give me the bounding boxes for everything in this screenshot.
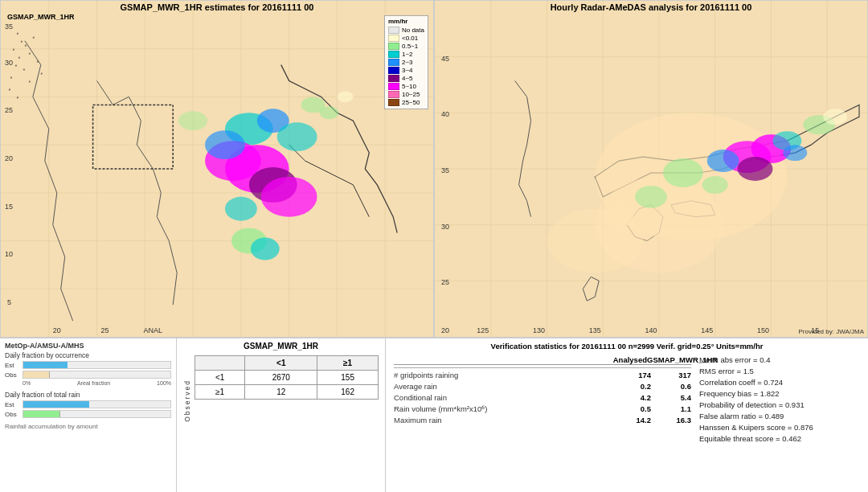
legend-label-5to10: 5~10 bbox=[402, 83, 416, 90]
axis-label-1: Areal fraction bbox=[77, 380, 110, 386]
svg-point-78 bbox=[663, 158, 703, 187]
bar-row-obs1: Obs bbox=[5, 371, 171, 379]
main-container: GSMAP_MWR_1HR estimates for 20161111 00 bbox=[0, 0, 868, 492]
bottom-left-section-title: MetOp-A/AMSU-A/MHS bbox=[5, 342, 171, 350]
obs-bar-fill-1 bbox=[23, 371, 50, 378]
legend-item-4to5: 4~5 bbox=[388, 75, 424, 82]
svg-rect-44 bbox=[41, 73, 43, 75]
svg-point-29 bbox=[178, 111, 207, 130]
verif-metric-4: Maximum rain bbox=[394, 416, 623, 424]
svg-text:5: 5 bbox=[7, 298, 11, 306]
est-label-1: Est bbox=[5, 362, 23, 369]
verif-metric-2: Conditional rain bbox=[394, 393, 623, 402]
verif-metric-3: Rain volume (mm*km²x10⁶) bbox=[394, 404, 623, 413]
est-bar-fill-1 bbox=[23, 362, 68, 368]
est-bar-track-1 bbox=[23, 361, 171, 369]
legend-title: mm/hr bbox=[388, 18, 424, 25]
stat-equitable-threat: Equitable threat score = 0.462 bbox=[699, 434, 860, 443]
stat-pod: Probability of detection = 0.931 bbox=[699, 400, 860, 409]
verif-row-4: Maximum rain 14.2 16.3 bbox=[394, 416, 691, 424]
svg-rect-42 bbox=[17, 96, 18, 98]
svg-text:125: 125 bbox=[477, 326, 489, 334]
svg-text:35: 35 bbox=[5, 23, 13, 31]
contingency-row-lt1: <1 2670 155 bbox=[195, 371, 379, 385]
svg-text:145: 145 bbox=[701, 326, 713, 334]
verif-val-a-3: 0.5 bbox=[623, 404, 651, 413]
svg-text:20: 20 bbox=[5, 154, 13, 162]
verif-metric-0: # gridpoints raining bbox=[394, 371, 623, 379]
legend-item-lt001: <0.01 bbox=[388, 35, 424, 42]
est-bar-fill-2 bbox=[23, 401, 89, 408]
stat-hanssen-kuipers: Hanssen & Kuipers score = 0.876 bbox=[699, 423, 860, 432]
svg-point-79 bbox=[635, 186, 667, 208]
verif-columns: Analysed GSMAP_MWR_1HR # gridpoints rain… bbox=[394, 355, 860, 445]
verif-header-analysed: Analysed bbox=[607, 355, 647, 364]
stat-false-alarm-ratio: False alarm ratio = 0.489 bbox=[699, 412, 860, 420]
legend-label-05to1: 0.5~1 bbox=[402, 43, 418, 50]
stat-corr-coeff: Correlation coeff = 0.724 bbox=[699, 378, 860, 387]
verif-header-metric bbox=[394, 355, 607, 364]
svg-rect-30 bbox=[17, 33, 18, 35]
verif-metric-1: Average rain bbox=[394, 382, 623, 391]
svg-text:150: 150 bbox=[757, 326, 769, 334]
svg-rect-40 bbox=[37, 61, 39, 63]
legend-item-nodata: No data bbox=[388, 27, 424, 34]
contingency-header-ge1: ≥1 bbox=[317, 356, 379, 371]
svg-text:25: 25 bbox=[441, 278, 449, 286]
svg-point-28 bbox=[337, 91, 353, 102]
axis-100-1: 100% bbox=[157, 380, 171, 386]
svg-rect-35 bbox=[15, 65, 17, 67]
contingency-obs-lt1-lt1: 2670 bbox=[245, 371, 317, 385]
svg-text:25: 25 bbox=[5, 106, 13, 114]
left-map-title: GSMAP_MWR_1HR estimates for 20161111 00 bbox=[1, 2, 433, 12]
contingency-header-lt1: <1 bbox=[245, 356, 317, 371]
svg-text:30: 30 bbox=[5, 59, 13, 67]
svg-point-23 bbox=[225, 197, 257, 221]
legend-container: mm/hr No data <0.01 0.5~1 1~2 bbox=[384, 15, 428, 109]
legend-label-nodata: No data bbox=[402, 27, 424, 34]
svg-rect-43 bbox=[29, 81, 31, 83]
left-map-svg: 20 25 ANAL 5 10 15 20 25 30 35 bbox=[1, 1, 433, 337]
svg-point-81 bbox=[823, 109, 847, 125]
svg-rect-32 bbox=[13, 49, 14, 51]
svg-text:130: 130 bbox=[533, 326, 545, 334]
svg-text:40: 40 bbox=[441, 110, 449, 118]
maps-row: GSMAP_MWR_1HR estimates for 20161111 00 bbox=[0, 0, 868, 338]
bottom-row: MetOp-A/AMSU-A/MHS Daily fraction by occ… bbox=[0, 338, 868, 492]
svg-text:140: 140 bbox=[645, 326, 657, 334]
verif-title: Verification statistics for 20161111 00 … bbox=[394, 342, 860, 351]
svg-point-25 bbox=[251, 238, 280, 260]
est-bar-track-2 bbox=[23, 400, 171, 408]
verif-right-col: Mean abs error = 0.4 RMS error = 1.5 Cor… bbox=[699, 355, 860, 445]
legend-label-lt001: <0.01 bbox=[402, 35, 418, 42]
verif-row-0: # gridpoints raining 174 317 bbox=[394, 371, 691, 379]
bar-row-est1: Est bbox=[5, 361, 171, 369]
svg-rect-33 bbox=[25, 45, 27, 47]
right-map-title: Hourly Radar-AMeDAS analysis for 2016111… bbox=[435, 2, 867, 12]
svg-rect-41 bbox=[9, 88, 10, 90]
bar-row-est2: Est bbox=[5, 400, 171, 408]
verif-val-g-1: 0.6 bbox=[651, 382, 691, 391]
legend-item-25to50: 25~50 bbox=[388, 99, 424, 106]
bar-chart-occurrence: Daily fraction by occurrence Est Obs 0% … bbox=[5, 351, 171, 386]
bar-chart-occurrence-title: Daily fraction by occurrence bbox=[5, 351, 171, 359]
legend-label-10to25: 10~25 bbox=[402, 91, 420, 98]
svg-rect-37 bbox=[23, 69, 25, 71]
gsmap-label: GSMAP_MWR_1HR bbox=[7, 13, 75, 21]
svg-point-75 bbox=[707, 150, 739, 172]
bar-row-obs2: Obs bbox=[5, 410, 171, 418]
provided-by: Provided by: JWA/JMA bbox=[798, 328, 864, 335]
svg-text:135: 135 bbox=[589, 326, 601, 334]
verif-val-a-0: 174 bbox=[623, 371, 651, 379]
obs-label-2: Obs bbox=[5, 411, 23, 418]
svg-rect-36 bbox=[29, 53, 31, 55]
contingency-header-empty bbox=[195, 356, 245, 371]
verif-row-2: Conditional rain 4.2 5.4 bbox=[394, 393, 691, 402]
bottom-left-charts: MetOp-A/AMSU-A/MHS Daily fraction by occ… bbox=[0, 338, 177, 492]
legend-item-1to2: 1~2 bbox=[388, 51, 424, 58]
bar-chart-rain: Daily fraction of total rain Est Obs bbox=[5, 391, 171, 418]
svg-rect-34 bbox=[18, 57, 20, 59]
svg-text:20: 20 bbox=[441, 326, 449, 334]
contingency-obs-ge1-lt1: 12 bbox=[245, 385, 317, 400]
contingency-table: <1 ≥1 <1 2670 155 ≥1 bbox=[194, 355, 379, 400]
